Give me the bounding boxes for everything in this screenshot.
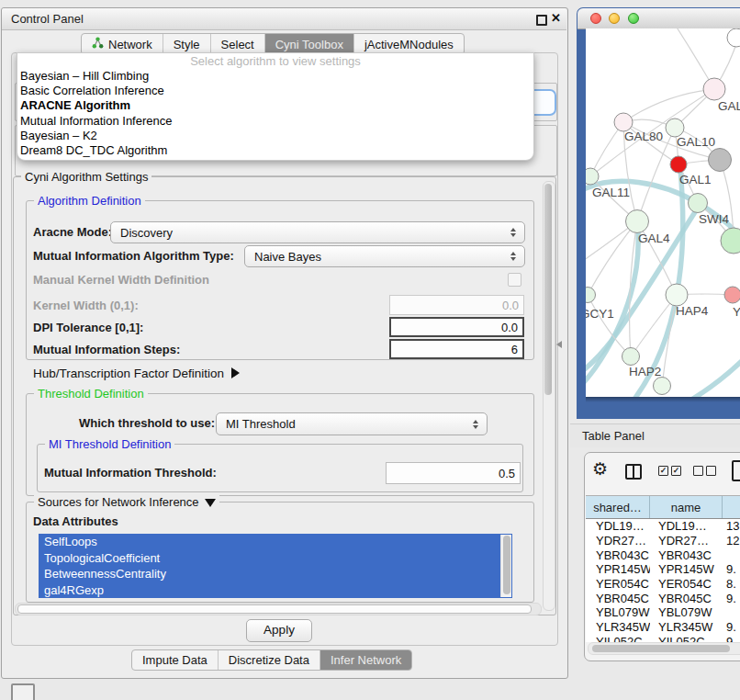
tab-network[interactable]: Network (82, 34, 163, 54)
table-row[interactable]: YBR043CYBR043C (586, 548, 740, 562)
settings-vertical-scrollbar[interactable] (543, 181, 555, 611)
table-row[interactable]: YPR145WYPR145W9. (586, 562, 740, 577)
attributes-scrollbar[interactable] (500, 535, 511, 597)
table-row[interactable]: YER054CYER054C8. (586, 577, 740, 592)
table-horizontal-scrollbar-thumb[interactable] (592, 645, 730, 652)
deselect-checkbox-icon-2[interactable] (706, 466, 716, 476)
table-body: YDL19…YDL19…13YDR27…YDR27…12YBR043CYBR04… (586, 519, 740, 642)
network-node-label-gal4: GAL4 (638, 231, 670, 245)
network-node-label-gal10: GAL10 (677, 135, 715, 149)
algorithm-option-bayesian-k2[interactable]: Bayesian – K2 (19, 129, 532, 143)
data-attributes-list[interactable]: SelfLoopsTopologicalCoefficientBetweenne… (39, 534, 512, 598)
mi-algorithm-type-combo[interactable]: Naive Bayes (244, 245, 525, 267)
network-node-label-gal1: GAL1 (679, 173, 712, 186)
tab-cyni-toolbox[interactable]: Cyni Toolbox (265, 34, 354, 54)
network-graph[interactable]: GALGAL80GAL10GAL1GAL11SWI4GAL4GCY1HAP4YH… (586, 28, 740, 397)
attribute-item-topologicalcoefficient[interactable]: TopologicalCoefficient (39, 550, 512, 567)
table-header: shared… name (586, 495, 740, 519)
algorithm-option-mutual-information-inference[interactable]: Mutual Information Inference (19, 114, 532, 129)
expand-arrow-icon[interactable] (231, 367, 240, 378)
network-edge-thick (689, 356, 740, 397)
table-panel-title: Table Panel (582, 429, 645, 443)
column-header-3[interactable] (723, 496, 740, 518)
tab-network-label: Network (108, 38, 152, 51)
aracne-mode-label: Aracne Mode: (33, 225, 112, 239)
kernel-width-label: Kernel Width (0,1): (33, 299, 139, 312)
algorithm-option-aracne-algorithm[interactable]: ARACNE Algorithm (19, 98, 532, 113)
bottom-tab-discretize-data[interactable]: Discretize Data (219, 650, 320, 670)
network-window-titlebar[interactable] (577, 8, 740, 29)
table-cell: 9. (723, 562, 740, 576)
table-row[interactable]: YLR345WYLR345W9. (586, 620, 740, 635)
close-icon[interactable]: ✕ (551, 11, 561, 25)
tab-style[interactable]: Style (163, 34, 211, 54)
network-canvas[interactable]: GALGAL80GAL10GAL1GAL11SWI4GAL4GCY1HAP4YH… (586, 28, 740, 397)
node-gray[interactable] (709, 149, 732, 172)
column-header-shared[interactable]: shared… (586, 496, 650, 518)
node-hap2[interactable] (622, 348, 640, 366)
which-threshold-combo[interactable]: MI Threshold (216, 412, 488, 435)
table-row[interactable]: YDL19…YDL19…13 (586, 519, 740, 534)
select-all-checkbox-icon-2[interactable]: ✓ (671, 466, 681, 476)
aracne-mode-combo[interactable]: Discovery (110, 221, 525, 243)
attribute-item-betweennesscentrality[interactable]: BetweennessCentrality (39, 566, 512, 582)
columns-icon[interactable] (625, 464, 642, 480)
minimize-traffic-light[interactable] (609, 13, 620, 24)
deselect-checkbox-icon[interactable] (693, 466, 703, 476)
node-gal10[interactable] (666, 119, 684, 137)
network-tab-icon (92, 37, 104, 51)
document-icon[interactable] (732, 460, 740, 481)
bottom-tab-impute-data[interactable]: Impute Data (132, 650, 219, 670)
gear-icon[interactable]: ⚙ (592, 460, 608, 479)
node-gal4[interactable] (626, 210, 649, 233)
float-window-icon[interactable] (536, 15, 547, 26)
settings-vertical-scrollbar-thumb[interactable] (544, 184, 552, 395)
attributes-scrollbar-thumb[interactable] (503, 536, 510, 594)
table-row[interactable]: YDR27…YDR27…12 (586, 534, 740, 548)
settings-horizontal-scrollbar-thumb[interactable] (17, 604, 532, 614)
table-row[interactable]: YIL052CYIL052C9. (586, 635, 740, 643)
zoom-traffic-light[interactable] (628, 13, 639, 24)
collapse-arrow-icon[interactable] (205, 499, 216, 507)
mi-steps-field[interactable] (389, 339, 524, 359)
table-cell: YLR345W (586, 620, 650, 634)
table-cell: YBR045C (650, 592, 723, 605)
table-cell: YLR345W (650, 620, 723, 634)
node-salmon[interactable] (724, 287, 740, 303)
node-gal1-red[interactable] (670, 156, 687, 173)
column-header-name[interactable]: name (650, 496, 723, 518)
algorithm-option-bayesian-hill-climbing[interactable]: Bayesian – Hill Climbing (19, 69, 532, 84)
network-node-label-gal: GAL (718, 99, 740, 113)
node-hap4[interactable] (666, 284, 688, 306)
node-big-green[interactable] (721, 228, 740, 254)
tab-select[interactable]: Select (211, 34, 265, 54)
node-partial-top[interactable] (727, 28, 740, 47)
select-all-checkbox-icon[interactable]: ✓ (658, 466, 668, 476)
table-row[interactable]: YBL079WYBL079W (586, 605, 740, 620)
apply-button[interactable]: Apply (246, 619, 312, 642)
node-gcy1[interactable] (586, 288, 596, 303)
attribute-item-selfloops[interactable]: SelfLoops (39, 534, 512, 550)
close-traffic-light[interactable] (590, 13, 601, 24)
attribute-item-gal4rgexp[interactable]: gal4RGexp (39, 582, 512, 599)
node-swi4[interactable] (689, 194, 708, 213)
bottom-tab-infer-network[interactable]: Infer Network (320, 650, 411, 670)
dpi-tolerance-field[interactable] (389, 317, 524, 337)
table-row[interactable]: YBR045CYBR045C9. (586, 591, 740, 605)
node-gal80[interactable] (614, 113, 633, 131)
algorithm-dropdown-hint: Select algorithm to view settings (17, 54, 533, 68)
hub-definition-toggle[interactable]: Hub/Transcription Factor Definition (33, 367, 240, 380)
minimized-panel-handle[interactable] (11, 683, 35, 700)
table-window: ⚙ ✓ ✓ shared… name YDL19…YDL19…13YDR27…Y… (584, 452, 740, 661)
settings-horizontal-scrollbar[interactable] (15, 603, 542, 615)
table-horizontal-scrollbar[interactable] (588, 642, 740, 655)
algorithm-option-dream8-dc-tdc-algorithm[interactable]: Dream8 DC_TDC Algorithm (19, 143, 532, 158)
node-gal-pink[interactable] (703, 78, 725, 100)
panel-divider-arrow[interactable] (556, 341, 562, 348)
mi-threshold-field[interactable] (386, 462, 521, 484)
tab-jactivemnodules[interactable]: jActiveMNodules (354, 34, 464, 54)
node-partial-bottom[interactable] (654, 378, 671, 395)
node-gal11[interactable] (586, 168, 599, 185)
algorithm-option-basic-correlation-inference[interactable]: Basic Correlation Inference (19, 84, 532, 98)
algorithm-dropdown-list: Bayesian – Hill ClimbingBasic Correlatio… (19, 69, 532, 158)
